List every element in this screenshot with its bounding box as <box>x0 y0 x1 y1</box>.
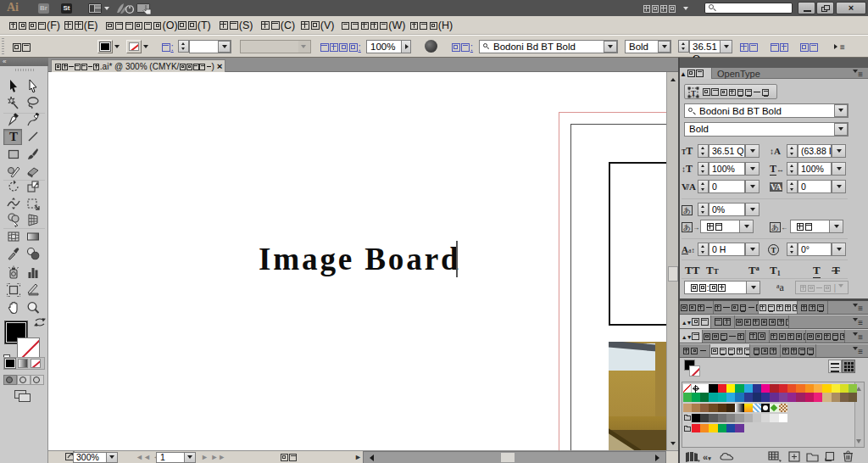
svg-text:T: T <box>691 89 696 98</box>
svg-text:T: T <box>9 130 18 143</box>
